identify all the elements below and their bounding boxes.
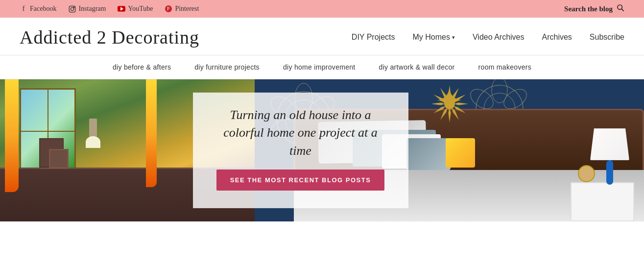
- svg-point-1: [71, 7, 73, 10]
- hero-overlay: Turning an old house into a colorful hom…: [193, 93, 408, 208]
- pinterest-link[interactable]: P Pinterest: [165, 5, 199, 13]
- social-links: f Facebook Instagram YouTube P Pintere: [20, 5, 199, 13]
- svg-point-2: [73, 7, 74, 8]
- youtube-link[interactable]: YouTube: [118, 5, 153, 13]
- sub-nav: diy before & afters diy furniture projec…: [0, 55, 644, 79]
- instagram-label: Instagram: [78, 5, 106, 13]
- main-nav: DIY Projects My Homes ▾ Video Archives A…: [352, 33, 624, 42]
- search-icon: [617, 4, 624, 14]
- top-bar: f Facebook Instagram YouTube P Pintere: [0, 0, 644, 18]
- svg-line-8: [621, 9, 624, 11]
- hero-section: ✦: [0, 79, 644, 221]
- nav-my-homes[interactable]: My Homes ▾: [412, 33, 454, 42]
- nav-diy-projects[interactable]: DIY Projects: [352, 33, 395, 42]
- subnav-artwork-wall-decor[interactable]: diy artwork & wall decor: [379, 63, 455, 71]
- instagram-link[interactable]: Instagram: [68, 5, 106, 13]
- pinterest-label: Pinterest: [175, 5, 199, 13]
- subnav-home-improvement[interactable]: diy home improvement: [283, 63, 356, 71]
- hero-tagline: Turning an old house into a colorful hom…: [213, 106, 389, 160]
- nav-video-archives[interactable]: Video Archives: [473, 33, 525, 42]
- facebook-link[interactable]: f Facebook: [20, 5, 56, 13]
- hero-cta-button[interactable]: SEE THE MOST RECENT BLOG POSTS: [216, 170, 385, 191]
- youtube-label: YouTube: [128, 5, 153, 13]
- site-logo[interactable]: Addicted 2 Decorating: [20, 26, 199, 48]
- subnav-furniture-projects[interactable]: diy furniture projects: [194, 63, 260, 71]
- subnav-before-afters[interactable]: diy before & afters: [113, 63, 171, 71]
- youtube-icon: [118, 5, 125, 13]
- nav-subscribe[interactable]: Subscribe: [590, 33, 624, 42]
- svg-text:P: P: [167, 6, 169, 11]
- instagram-icon: [68, 5, 76, 13]
- facebook-icon: f: [20, 5, 27, 13]
- svg-point-7: [618, 5, 622, 9]
- nav-archives[interactable]: Archives: [542, 33, 572, 42]
- header: Addicted 2 Decorating DIY Projects My Ho…: [0, 18, 644, 55]
- search-area[interactable]: Search the blog: [564, 4, 624, 14]
- facebook-label: Facebook: [30, 5, 56, 13]
- subnav-room-makeovers[interactable]: room makeovers: [478, 63, 531, 71]
- chevron-down-icon: ▾: [452, 34, 455, 41]
- pinterest-icon: P: [165, 5, 172, 13]
- search-label: Search the blog: [564, 5, 613, 13]
